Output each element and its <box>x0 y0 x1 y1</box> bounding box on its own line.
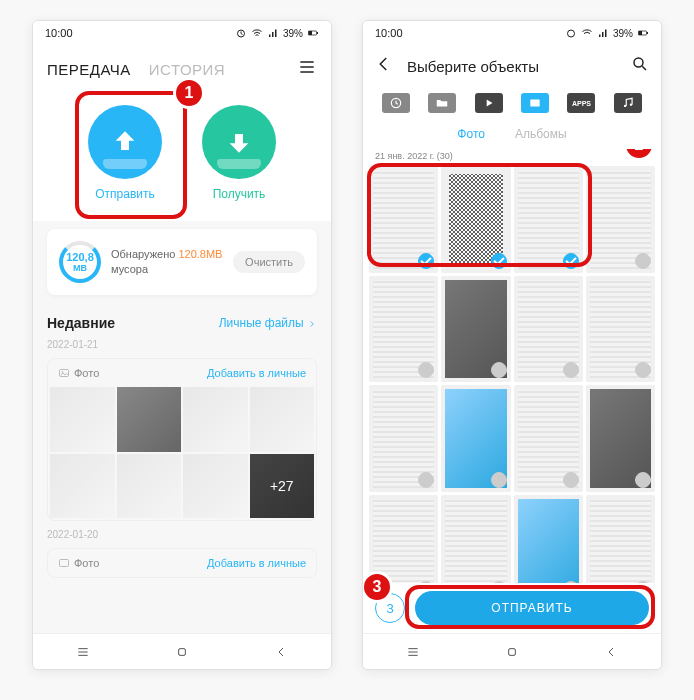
status-right: 39% <box>235 27 319 39</box>
clock-icon <box>389 96 403 110</box>
recent-apps-icon[interactable] <box>405 644 421 660</box>
category-row: APPS <box>363 87 661 119</box>
status-time: 10:00 <box>375 27 403 39</box>
arrow-left-icon <box>375 55 393 73</box>
music-icon <box>621 96 635 110</box>
cat-video[interactable] <box>475 93 503 113</box>
picker-header: Выберите объекты <box>363 45 661 87</box>
actions-row: Отправить Получить 1 <box>33 95 331 221</box>
home-icon[interactable] <box>504 644 520 660</box>
personal-files-link[interactable]: Личные файлы <box>219 316 317 330</box>
signal-icon <box>267 27 279 39</box>
svg-rect-7 <box>179 648 186 655</box>
check-icon <box>635 253 651 269</box>
receive-action[interactable]: Получить <box>202 105 276 201</box>
battery-icon <box>637 27 649 39</box>
gallery-item[interactable] <box>441 495 510 583</box>
gallery-item[interactable] <box>441 276 510 383</box>
thumbnail[interactable] <box>117 387 182 452</box>
check-icon <box>418 472 434 488</box>
clean-button[interactable]: Очистить <box>233 251 305 273</box>
gallery-item[interactable] <box>514 495 583 583</box>
thumbnail[interactable] <box>183 387 248 452</box>
gallery-item[interactable] <box>369 166 438 273</box>
gallery-item[interactable] <box>514 166 583 273</box>
tab-transfer[interactable]: ПЕРЕДАЧА <box>47 61 131 78</box>
cat-apps[interactable]: APPS <box>567 93 595 113</box>
android-navbar <box>33 633 331 669</box>
menu-button[interactable] <box>297 57 317 81</box>
svg-rect-10 <box>639 31 643 35</box>
battery-icon <box>307 27 319 39</box>
search-button[interactable] <box>631 55 649 77</box>
check-icon <box>418 253 434 269</box>
add-personal-link[interactable]: Добавить в личные <box>207 557 306 569</box>
storage-unit: MB <box>73 263 87 273</box>
svg-rect-2 <box>309 31 313 35</box>
arrow-up-icon <box>109 126 141 158</box>
gallery-item[interactable] <box>586 385 655 492</box>
gallery-grid <box>363 163 661 583</box>
thumbnail[interactable] <box>183 454 248 519</box>
image-icon <box>58 367 70 379</box>
body-content: 120,8 MB Обнаружено 120.8MB мусора Очист… <box>33 221 331 633</box>
send-action[interactable]: Отправить <box>88 105 162 201</box>
subtab-photo[interactable]: Фото <box>457 127 485 141</box>
gallery-item[interactable] <box>441 166 510 273</box>
cat-files[interactable] <box>428 93 456 113</box>
gallery-item[interactable] <box>441 385 510 492</box>
receive-circle <box>202 105 276 179</box>
phone-picker-screen: 10:00 39% Выберите объекты APPS Фото Аль… <box>362 20 662 670</box>
hamburger-icon <box>297 57 317 77</box>
gallery-item[interactable] <box>369 495 438 583</box>
send-label: Отправить <box>95 187 155 201</box>
arrow-down-icon <box>223 126 255 158</box>
back-icon[interactable] <box>603 644 619 660</box>
back-button[interactable] <box>375 55 393 77</box>
check-icon <box>563 472 579 488</box>
send-bar: 3 ОТПРАВИТЬ 3 <box>363 583 661 633</box>
send-button[interactable]: ОТПРАВИТЬ <box>415 591 649 625</box>
android-navbar <box>363 633 661 669</box>
add-personal-link[interactable]: Добавить в личные <box>207 367 306 379</box>
statusbar: 10:00 39% <box>363 21 661 45</box>
send-circle <box>88 105 162 179</box>
cat-music[interactable] <box>614 93 642 113</box>
recent-apps-icon[interactable] <box>75 644 91 660</box>
gallery-item[interactable] <box>514 276 583 383</box>
alarm-icon <box>235 27 247 39</box>
status-time: 10:00 <box>45 27 73 39</box>
gallery-item[interactable] <box>586 166 655 273</box>
statusbar: 10:00 39% <box>33 21 331 45</box>
thumbnail[interactable] <box>250 387 315 452</box>
thumbnail[interactable] <box>50 387 115 452</box>
gallery-item[interactable] <box>369 385 438 492</box>
wifi-icon <box>251 27 263 39</box>
check-icon <box>563 253 579 269</box>
gallery-item[interactable] <box>586 495 655 583</box>
thumbnail[interactable] <box>117 454 182 519</box>
gallery-body[interactable]: 21 янв. 2022 г. (30) 2 <box>363 149 661 583</box>
gallery-item[interactable] <box>586 276 655 383</box>
svg-rect-3 <box>317 32 318 34</box>
svg-rect-11 <box>647 32 648 34</box>
wifi-icon <box>581 27 593 39</box>
subtab-albums[interactable]: Альбомы <box>515 127 567 141</box>
battery-text: 39% <box>283 28 303 39</box>
svg-point-12 <box>634 58 643 67</box>
check-icon <box>491 472 507 488</box>
back-icon[interactable] <box>273 644 289 660</box>
tab-history[interactable]: ИСТОРИЯ <box>149 61 225 78</box>
photo-card-1: Фото Добавить в личные +27 <box>47 358 317 521</box>
home-icon[interactable] <box>174 644 190 660</box>
gallery-item[interactable] <box>369 276 438 383</box>
image-icon <box>58 557 70 569</box>
storage-ring: 120,8 MB <box>59 241 101 283</box>
cat-history[interactable] <box>382 93 410 113</box>
gallery-item[interactable] <box>514 385 583 492</box>
thumbnail[interactable]: +27 <box>250 454 315 519</box>
storage-card: 120,8 MB Обнаружено 120.8MB мусора Очист… <box>47 229 317 295</box>
cat-images[interactable] <box>521 93 549 113</box>
thumbnail[interactable] <box>50 454 115 519</box>
photo-grid: +27 <box>48 387 316 520</box>
